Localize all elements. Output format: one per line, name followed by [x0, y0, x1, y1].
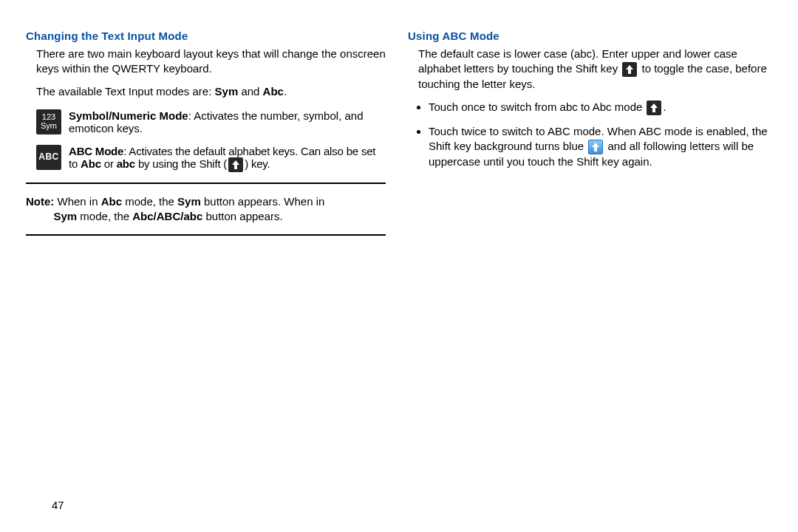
text-bold: ABC Mode [69, 145, 123, 157]
shift-up-icon [647, 100, 661, 115]
text-bold: Sym [215, 85, 239, 98]
right-column: Using ABC Mode The default case is lower… [408, 30, 768, 246]
text: ) key. [245, 157, 270, 170]
text-bold: Symbol/Numeric Mode [69, 109, 188, 122]
shift-up-icon [228, 157, 243, 172]
sym-key-icon: 123 Sym [36, 109, 61, 134]
intro-paragraph: There are two main keyboard layout keys … [36, 47, 386, 77]
left-column: Changing the Text Input Mode There are t… [26, 30, 386, 246]
text: When in [54, 195, 100, 208]
text-bold: Sym [54, 210, 78, 222]
sym-mode-row: 123 Sym Symbol/Numeric Mode: Activates t… [36, 109, 386, 134]
text: and [238, 85, 262, 98]
text-bold: Abc [81, 157, 101, 170]
text: The available Text Input modes are: [36, 85, 215, 98]
text-bold: Abc [263, 85, 284, 98]
abc-mode-row: ABC ABC Mode: Activates the default alph… [36, 145, 386, 172]
icon-label: ABC [38, 152, 59, 162]
divider [26, 183, 386, 184]
bullet-item: Touch once to switch from abc to Abc mod… [429, 100, 768, 115]
page-number: 47 [52, 499, 64, 511]
text: . [663, 100, 666, 113]
text: button appears. [202, 210, 282, 222]
text: or [101, 157, 117, 170]
shift-up-blue-icon [588, 140, 603, 154]
text: by using the Shift ( [135, 157, 227, 170]
heading-using-abc: Using ABC Mode [408, 30, 768, 42]
note-paragraph: Note: When in Abc mode, the Sym button a… [26, 194, 386, 225]
bullet-list: Touch once to switch from abc to Abc mod… [408, 100, 768, 170]
text: mode, the [122, 195, 177, 208]
abc-mode-desc: ABC Mode: Activates the default alphabet… [69, 145, 386, 172]
text: button appears. When in [201, 195, 325, 208]
available-modes: The available Text Input modes are: Sym … [36, 84, 386, 99]
divider [26, 234, 386, 236]
text-bold: Abc/ABC/abc [132, 210, 202, 222]
text-bold: Abc [101, 195, 122, 208]
sym-mode-desc: Symbol/Numeric Mode: Activates the numbe… [69, 109, 386, 134]
heading-changing-mode: Changing the Text Input Mode [26, 30, 386, 42]
shift-up-icon [622, 62, 637, 77]
text: . [284, 85, 287, 98]
text-bold: Sym [177, 195, 201, 208]
text-bold: abc [117, 157, 135, 170]
bullet-item: Touch twice to switch to ABC mode. When … [429, 124, 768, 170]
text: Touch once to switch from abc to Abc mod… [429, 100, 645, 113]
text: mode, the [77, 210, 132, 222]
icon-label: Sym [41, 122, 57, 131]
abc-key-icon: ABC [36, 145, 61, 170]
abc-intro: The default case is lower case (abc). En… [418, 47, 768, 92]
note-label: Note: [26, 195, 54, 208]
